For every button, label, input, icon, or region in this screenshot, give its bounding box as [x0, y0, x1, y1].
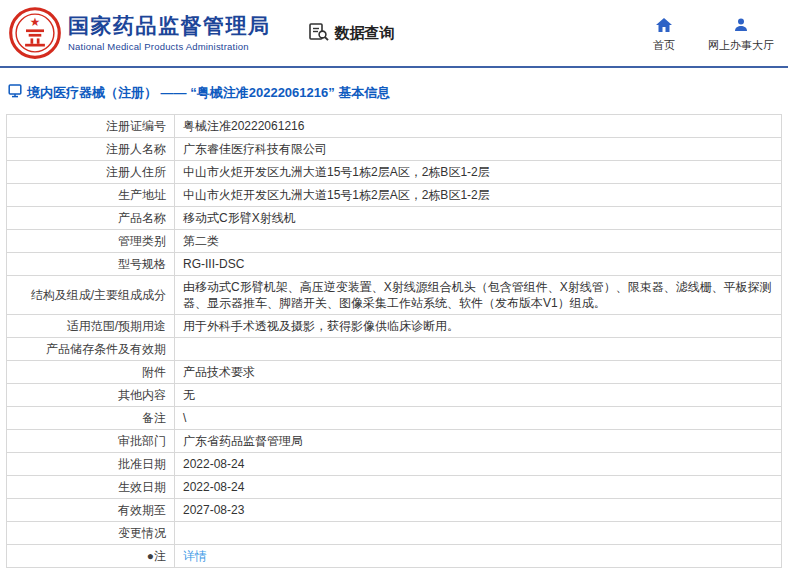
- row-label: 变更情况: [7, 522, 175, 545]
- row-label: 备注: [7, 407, 175, 430]
- data-query-label: 数据查询: [335, 24, 395, 43]
- row-label: 管理类别: [7, 230, 175, 253]
- row-label: 附件: [7, 361, 175, 384]
- row-value: 中山市火炬开发区九洲大道15号1栋2层A区，2栋B区1-2层: [175, 161, 782, 184]
- row-label: 审批部门: [7, 430, 175, 453]
- info-table: 注册证编号粤械注准20222061216注册人名称广东睿佳医疗科技有限公司注册人…: [6, 114, 782, 568]
- svg-text:★: ★: [30, 15, 40, 28]
- row-label: 适用范围/预期用途: [7, 315, 175, 338]
- table-row: 备注\: [7, 407, 782, 430]
- table-row: 型号规格RG-III-DSC: [7, 253, 782, 276]
- row-label: 生效日期: [7, 476, 175, 499]
- row-value: 详情: [175, 545, 782, 568]
- row-label: 其他内容: [7, 384, 175, 407]
- row-value: RG-III-DSC: [175, 253, 782, 276]
- row-label: 注册人住所: [7, 161, 175, 184]
- table-row: 管理类别第二类: [7, 230, 782, 253]
- detail-link[interactable]: 详情: [183, 549, 207, 563]
- national-emblem-logo: ★: [8, 6, 62, 60]
- table-row: 有效期至2027-08-23: [7, 499, 782, 522]
- page-title: 境内医疗器械（注册） —— “粤械注准20222061216” 基本信息: [27, 84, 390, 102]
- row-value: \: [175, 407, 782, 430]
- row-label: 产品储存条件及有效期: [7, 338, 175, 361]
- home-icon: [655, 17, 673, 35]
- document-icon: [8, 84, 22, 102]
- row-value: 第二类: [175, 230, 782, 253]
- data-query-nav[interactable]: 数据查询: [309, 22, 395, 45]
- header-nav: 首页 网上办事大厅: [646, 13, 774, 53]
- person-icon: [733, 17, 749, 35]
- row-value: 2022-08-24: [175, 453, 782, 476]
- table-row: 变更情况: [7, 522, 782, 545]
- row-value: 2027-08-23: [175, 499, 782, 522]
- brand-text: 国家药品监督管理局 National Medical Products Admi…: [68, 14, 271, 52]
- table-row: 适用范围/预期用途用于外科手术透视及摄影，获得影像供临床诊断用。: [7, 315, 782, 338]
- row-label: 型号规格: [7, 253, 175, 276]
- table-row: ●注详情: [7, 545, 782, 568]
- row-value: 产品技术要求: [175, 361, 782, 384]
- row-label: 注册证编号: [7, 115, 175, 138]
- row-value: 2022-08-24: [175, 476, 782, 499]
- nav-home-label: 首页: [653, 38, 675, 53]
- row-value: 由移动式C形臂机架、高压逆变装置、X射线源组合机头（包含管组件、X射线管）、限束…: [175, 276, 782, 315]
- data-query-icon: [309, 22, 329, 45]
- table-row: 附件产品技术要求: [7, 361, 782, 384]
- row-label: 结构及组成/主要组成成分: [7, 276, 175, 315]
- row-label: 产品名称: [7, 207, 175, 230]
- table-row: 审批部门广东省药品监督管理局: [7, 430, 782, 453]
- table-row: 其他内容无: [7, 384, 782, 407]
- nav-service-hall[interactable]: 网上办事大厅: [708, 17, 774, 53]
- table-row: 批准日期2022-08-24: [7, 453, 782, 476]
- org-name-cn: 国家药品监督管理局: [68, 14, 271, 38]
- table-row: 产品名称移动式C形臂X射线机: [7, 207, 782, 230]
- row-value: 用于外科手术透视及摄影，获得影像供临床诊断用。: [175, 315, 782, 338]
- row-label: 生产地址: [7, 184, 175, 207]
- table-row: 注册人名称广东睿佳医疗科技有限公司: [7, 138, 782, 161]
- row-label: ●注: [7, 545, 175, 568]
- row-value: 粤械注准20222061216: [175, 115, 782, 138]
- table-row: 产品储存条件及有效期: [7, 338, 782, 361]
- table-row: 结构及组成/主要组成成分由移动式C形臂机架、高压逆变装置、X射线源组合机头（包含…: [7, 276, 782, 315]
- row-value: 广东睿佳医疗科技有限公司: [175, 138, 782, 161]
- row-value: 无: [175, 384, 782, 407]
- table-row: 生效日期2022-08-24: [7, 476, 782, 499]
- table-row: 注册证编号粤械注准20222061216: [7, 115, 782, 138]
- table-row: 注册人住所中山市火炬开发区九洲大道15号1栋2层A区，2栋B区1-2层: [7, 161, 782, 184]
- org-name-en: National Medical Products Administration: [68, 41, 271, 52]
- row-value: 广东省药品监督管理局: [175, 430, 782, 453]
- nav-service-hall-label: 网上办事大厅: [708, 38, 774, 53]
- row-label: 注册人名称: [7, 138, 175, 161]
- row-value: [175, 522, 782, 545]
- row-value: 移动式C形臂X射线机: [175, 207, 782, 230]
- nav-home[interactable]: 首页: [646, 17, 682, 53]
- row-value: [175, 338, 782, 361]
- table-row: 生产地址中山市火炬开发区九洲大道15号1栋2层A区，2栋B区1-2层: [7, 184, 782, 207]
- row-label: 有效期至: [7, 499, 175, 522]
- brand: ★ 国家药品监督管理局 National Medical Products Ad…: [8, 6, 271, 60]
- row-value: 中山市火炬开发区九洲大道15号1栋2层A区，2栋B区1-2层: [175, 184, 782, 207]
- header: ★ 国家药品监督管理局 National Medical Products Ad…: [0, 0, 788, 66]
- title-bar: 境内医疗器械（注册） —— “粤械注准20222061216” 基本信息: [0, 68, 788, 112]
- info-table-body: 注册证编号粤械注准20222061216注册人名称广东睿佳医疗科技有限公司注册人…: [7, 115, 782, 568]
- row-label: 批准日期: [7, 453, 175, 476]
